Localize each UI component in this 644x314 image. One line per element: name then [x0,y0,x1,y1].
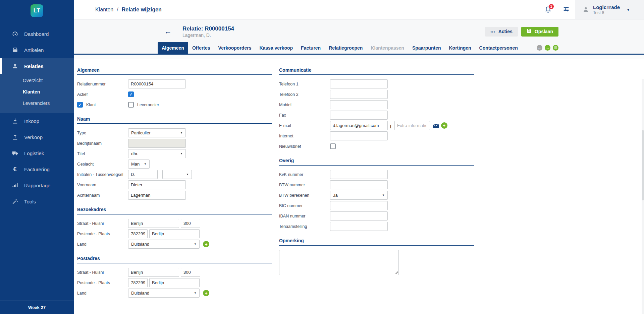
bezoek-land-select[interactable]: Duitsland▼ [128,240,200,249]
sidebar-item-label: Rapportage [24,183,50,188]
post-straat-input[interactable] [128,268,179,277]
post-postcode-input[interactable] [128,278,148,287]
logo-container: LT [0,0,74,23]
telefoon2-input[interactable] [330,90,388,99]
opmerking-textarea[interactable] [279,250,399,275]
field-label: Actief [77,92,128,97]
email-template-icon[interactable] [432,123,439,128]
post-huisnr-input[interactable] [181,268,200,277]
sidebar-subitem-leveranciers[interactable]: Leveranciers [0,98,74,109]
subitem-label: Overzicht [23,78,43,83]
tab-verkooporders[interactable]: Verkooporders [214,42,256,54]
telefoon1-input[interactable] [330,79,388,88]
sidebar-item-logistiek[interactable]: Logistiek [0,145,74,161]
tab-contactpersonen[interactable]: Contactpersonen [475,42,522,54]
email-input[interactable] [330,121,388,130]
topbar-right: 1 LogicTrade Test 8 ▾ [539,0,644,19]
voornaam-input[interactable] [128,180,186,189]
tab-kassa-verkoop[interactable]: Kassa verkoop [255,42,297,54]
tab-bar: Algemeen Offertes Verkooporders Kassa ve… [74,42,644,55]
tab-menu-button[interactable]: ☰ [553,45,558,51]
leverancier-checkbox[interactable] [128,102,134,108]
tussenvoegsel-select[interactable]: ▼ [162,170,192,179]
sidebar-item-rapportage[interactable]: Rapportage [0,177,74,193]
initialen-input[interactable] [128,170,158,179]
nieuwsbrief-checkbox[interactable] [330,143,336,149]
left-column: Algemeen Relatienummer Actief ✓ ✓ [77,67,272,305]
field-label: Fax [279,113,330,118]
section-communicatie: Communicatie Telefoon 1 Telefoon 2 Mobie… [279,67,474,151]
section-overig: Overig KvK nummer BTW nummer BTW bereken… [279,158,474,231]
sidebar-item-relaties[interactable]: Relaties [0,58,74,74]
field-label: Voornaam [77,183,128,187]
bezoek-huisnr-input[interactable] [181,219,200,228]
fax-input[interactable] [330,111,388,120]
internet-input[interactable] [330,131,388,140]
kvk-input[interactable] [330,170,388,179]
post-land-select[interactable]: Duitsland▼ [128,289,200,298]
section-title: Postadres [77,256,272,263]
btw-input[interactable] [330,180,388,189]
sidebar-item-dashboard[interactable]: Dashboard [0,26,74,42]
type-select[interactable]: Particulier▼ [128,128,186,137]
geslacht-select[interactable]: Man▼ [128,160,150,169]
subitem-label: Klanten [23,89,40,95]
user-menu[interactable]: LogicTrade Test 8 ▾ [575,0,644,19]
settings-button[interactable] [557,0,575,19]
sidebar-item-label: Tools [24,199,36,204]
field-label: Telefoon 1 [279,82,330,86]
sidebar-item-inkoop[interactable]: Inkoop [0,113,74,129]
btw-berekenen-select[interactable]: Ja▼ [330,191,388,200]
bezoek-straat-input[interactable] [128,219,179,228]
tab-facturen[interactable]: Facturen [297,42,325,54]
bezoek-plaats-input[interactable] [149,229,200,238]
post-plaats-input[interactable] [149,278,200,287]
back-button[interactable]: ← [164,28,172,35]
page-scrollbar[interactable] [642,79,644,314]
tab-spaarpunten[interactable]: Spaarpunten [408,42,445,54]
klant-checkbox[interactable]: ✓ [77,102,83,108]
logictrade-logo[interactable]: LT [31,4,43,17]
bezoek-postcode-input[interactable] [128,229,148,238]
sidebar-nav: Dashboard Artikelen Relaties Overzicht [0,23,74,301]
sidebar-item-artikelen[interactable]: Artikelen [0,42,74,58]
tab-relatiegroepen[interactable]: Relatiegroepen [325,42,367,54]
tab-kortingen[interactable]: Kortingen [445,42,475,54]
tab-scroll-left-button[interactable]: ← [537,45,542,51]
breadcrumb-current: Relatie wijzigen [122,7,162,13]
field-label: Geslacht [77,162,128,167]
sidebar-item-facturering[interactable]: € Facturering [0,161,74,177]
achternaam-input[interactable] [128,191,186,200]
sidebar-subitem-klanten[interactable]: Klanten [0,86,74,98]
breadcrumb-parent[interactable]: Klanten [95,7,113,13]
bic-input[interactable] [330,201,388,210]
relatienummer-input[interactable] [128,79,186,88]
chevron-down-icon: ▼ [144,163,147,166]
save-button[interactable]: Opslaan [521,27,558,37]
tenaamstelling-input[interactable] [330,222,388,231]
box-icon [11,47,18,54]
titel-select[interactable]: dhr.▼ [128,149,186,158]
notifications-button[interactable]: 1 [539,0,557,19]
add-land-button[interactable]: + [203,290,209,296]
tab-algemeen[interactable]: Algemeen [158,42,188,54]
mobiel-input[interactable] [330,100,388,109]
tab-offertes[interactable]: Offertes [188,42,214,54]
actions-button[interactable]: ••• Acties [485,27,518,37]
add-email-button[interactable]: + [441,122,447,129]
email-extra-input[interactable] [394,121,430,130]
section-postadres: Postadres Straat - Huisnr Postcode - Pla… [77,256,272,298]
iban-input[interactable] [330,211,388,221]
relaties-submenu: Overzicht Klanten Leveranciers [0,74,74,113]
sidebar-item-label: Facturering [24,167,50,172]
person-icon [11,63,18,70]
tab-scroll-right-button[interactable]: → [545,45,550,51]
field-label: Telefoon 2 [279,92,330,97]
actief-checkbox[interactable]: ✓ [128,91,134,97]
add-land-button[interactable]: + [203,241,209,247]
sidebar-subitem-overzicht[interactable]: Overzicht [0,75,74,86]
sidebar-item-tools[interactable]: Tools [0,193,74,209]
sidebar-item-verkoop[interactable]: Verkoop [0,129,74,145]
scrollbar-thumb[interactable] [642,130,644,200]
gauge-icon [11,30,18,38]
